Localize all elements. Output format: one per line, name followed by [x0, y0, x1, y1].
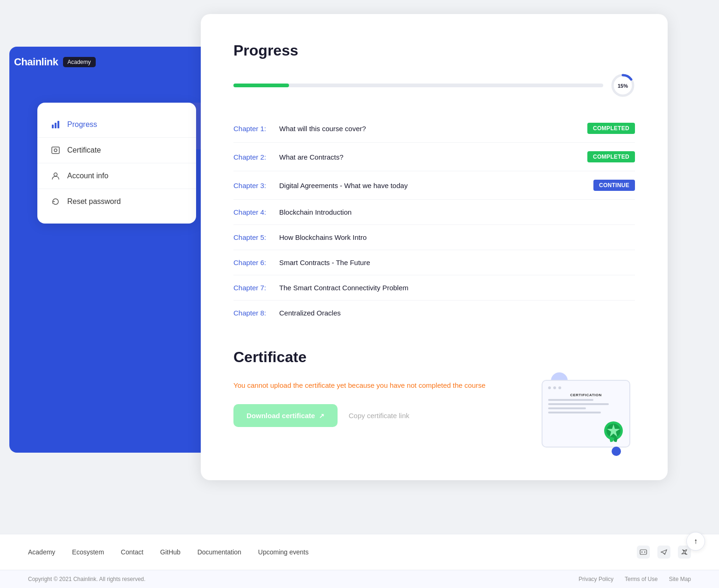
svg-rect-3 [52, 147, 59, 154]
chapter-list: Chapter 1: What will this course cover? … [233, 114, 635, 325]
cert-lines [548, 399, 624, 413]
chapter-title: Blockchain Introduction [279, 208, 635, 216]
progress-circle: 15% [611, 73, 635, 98]
chapter-title: Centralized Oracles [279, 309, 635, 317]
certificate-illustration: CERTIFICATION [542, 380, 635, 452]
sidebar-item-reset-password[interactable]: Reset password [37, 189, 196, 214]
svg-text:15%: 15% [618, 83, 628, 89]
copy-certificate-link[interactable]: Copy certificate link [349, 412, 409, 420]
svg-point-5 [54, 173, 57, 176]
chapter-title: Digital Agreements - What we have today [279, 182, 590, 189]
discord-icon[interactable] [637, 546, 650, 559]
footer: Academy Ecosystem Contact GitHub Documen… [0, 534, 719, 588]
certificate-section: Certificate You cannot upload the certif… [233, 349, 635, 452]
svg-rect-2 [57, 121, 59, 128]
terms-of-use-link[interactable]: Terms of Use [625, 576, 658, 582]
browser-dots [548, 386, 624, 389]
brand-name: Chainlink [14, 56, 58, 68]
progress-bar-fill [233, 84, 289, 87]
svg-rect-1 [55, 123, 56, 128]
scroll-top-button[interactable]: ↑ [686, 532, 705, 551]
sidebar-item-certificate[interactable]: Certificate [37, 138, 196, 163]
sidebar-account-label: Account info [67, 172, 108, 180]
footer-legal-links: Privacy Policy Terms of Use Site Map [578, 576, 691, 582]
telegram-icon[interactable] [657, 546, 670, 559]
main-card: Progress 15% Chapter 1: What will this c… [201, 14, 668, 480]
sidebar-certificate-label: Certificate [67, 146, 101, 154]
footer-links: Academy Ecosystem Contact GitHub Documen… [28, 548, 309, 556]
bottom-dot [612, 447, 621, 456]
sidebar-item-account-info[interactable]: Account info [37, 163, 196, 189]
arrow-icon: ↗ [319, 412, 324, 420]
table-row: Chapter 4: Blockchain Introduction [233, 200, 635, 225]
footer-link-documentation[interactable]: Documentation [197, 548, 241, 556]
sidebar-reset-label: Reset password [67, 197, 121, 206]
progress-bar-track [233, 84, 603, 87]
footer-link-ecosystem[interactable]: Ecosystem [72, 548, 104, 556]
progress-title: Progress [233, 42, 635, 59]
refresh-icon [50, 196, 61, 207]
footer-link-academy[interactable]: Academy [28, 548, 55, 556]
status-badge: COMPLETED [587, 151, 635, 162]
chapter-label: Chapter 7: [233, 284, 275, 292]
table-row: Chapter 1: What will this course cover? … [233, 114, 635, 143]
table-row: Chapter 3: Digital Agreements - What we … [233, 171, 635, 200]
chapter-title: The Smart Contract Connectivity Problem [279, 284, 635, 292]
certificate-warning: You cannot upload the certificate yet be… [233, 380, 523, 391]
chapter-title: What are Contracts? [279, 153, 584, 161]
footer-link-github[interactable]: GitHub [160, 548, 181, 556]
table-row: Chapter 6: Smart Contracts - The Future [233, 250, 635, 275]
footer-social-icons [637, 546, 691, 559]
privacy-policy-link[interactable]: Privacy Policy [578, 576, 613, 582]
footer-link-contact[interactable]: Contact [121, 548, 143, 556]
footer-link-events[interactable]: Upcoming events [258, 548, 309, 556]
person-icon [50, 171, 61, 181]
chapter-label: Chapter 1: [233, 125, 275, 133]
sidebar-progress-label: Progress [67, 120, 97, 129]
academy-badge: Academy [63, 57, 96, 67]
certificate-title: Certificate [233, 349, 635, 366]
svg-rect-14 [640, 550, 647, 554]
chapter-label: Chapter 6: [233, 259, 275, 266]
brand-header: Chainlink Academy [14, 56, 96, 68]
chapter-title: What will this course cover? [279, 125, 584, 133]
table-row: Chapter 5: How Blockchains Work Intro [233, 225, 635, 250]
svg-point-4 [54, 149, 57, 152]
table-row: Chapter 7: The Smart Contract Connectivi… [233, 275, 635, 301]
progress-bar-row: 15% [233, 73, 635, 98]
table-row: Chapter 2: What are Contracts? COMPLETED [233, 143, 635, 171]
cert-medal-icon [601, 419, 626, 443]
cert-title: CERTIFICATION [548, 393, 624, 397]
certificate-actions: Download certificate ↗ Copy certificate … [233, 404, 523, 427]
bar-chart-icon [50, 119, 61, 130]
footer-nav: Academy Ecosystem Contact GitHub Documen… [0, 534, 719, 570]
chapter-title: How Blockchains Work Intro [279, 233, 635, 241]
certificate-icon [50, 145, 61, 155]
svg-line-17 [663, 553, 665, 554]
svg-rect-0 [52, 125, 54, 128]
sidebar-card: Progress Certificate Account info R [37, 103, 196, 224]
footer-bottom: Copyright © 2021 Chainlink. All rights r… [0, 570, 719, 588]
site-map-link[interactable]: Site Map [669, 576, 691, 582]
chapter-label: Chapter 2: [233, 153, 275, 161]
status-badge[interactable]: CONTINUE [593, 180, 635, 191]
certificate-browser: CERTIFICATION [542, 380, 630, 448]
table-row: Chapter 8: Centralized Oracles [233, 301, 635, 325]
download-certificate-button[interactable]: Download certificate ↗ [233, 404, 338, 427]
certificate-body: You cannot upload the certificate yet be… [233, 380, 635, 452]
chapter-title: Smart Contracts - The Future [279, 259, 635, 266]
sidebar-item-progress[interactable]: Progress [37, 112, 196, 138]
chapter-label: Chapter 8: [233, 309, 275, 317]
chapter-label: Chapter 4: [233, 208, 275, 216]
chapter-label: Chapter 3: [233, 182, 275, 189]
status-badge: COMPLETED [587, 123, 635, 134]
chapter-label: Chapter 5: [233, 233, 275, 241]
download-label: Download certificate [247, 412, 315, 420]
copyright-text: Copyright © 2021 Chainlink. All rights r… [28, 576, 146, 582]
certificate-left: You cannot upload the certificate yet be… [233, 380, 523, 427]
